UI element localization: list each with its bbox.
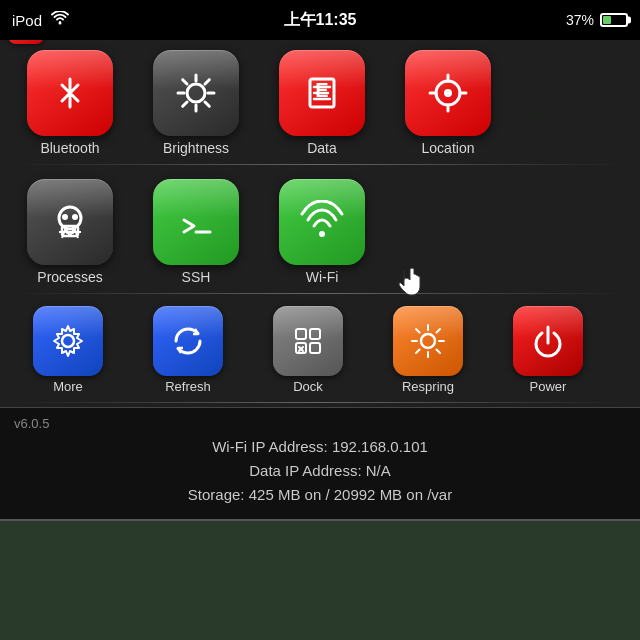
battery-fill <box>603 16 611 24</box>
svg-rect-34 <box>310 343 320 353</box>
svg-point-0 <box>59 22 62 25</box>
status-bar: iPod 上午11:35 37% <box>0 0 640 40</box>
brightness-button[interactable] <box>153 50 239 136</box>
data-ip-line: Data IP Address: N/A <box>14 459 626 483</box>
icon-item-respring: Respring <box>370 306 486 394</box>
device-label: iPod <box>12 12 42 29</box>
dock-button[interactable] <box>273 306 343 376</box>
brightness-label: Brightness <box>163 140 229 156</box>
dock-label: Dock <box>293 379 323 394</box>
svg-line-7 <box>205 102 209 106</box>
svg-line-8 <box>205 80 209 84</box>
battery-percent: 37% <box>566 12 594 28</box>
svg-line-43 <box>437 350 441 354</box>
svg-line-45 <box>416 350 420 354</box>
svg-point-29 <box>319 231 325 237</box>
svg-point-37 <box>421 334 435 348</box>
bluetooth-label: Bluetooth <box>40 140 99 156</box>
refresh-button[interactable] <box>153 306 223 376</box>
data-button[interactable]: E <box>279 50 365 136</box>
ssh-button[interactable] <box>153 179 239 265</box>
svg-line-6 <box>183 80 187 84</box>
icon-row-2: Processes SSH Wi-F <box>0 169 640 289</box>
status-right: 37% <box>566 12 628 28</box>
location-button[interactable] <box>405 50 491 136</box>
wifi-status-icon <box>50 11 70 29</box>
icon-item-wifi: Wi-Fi <box>262 179 382 285</box>
respring-button[interactable] <box>393 306 463 376</box>
icon-item-refresh: Refresh <box>130 306 246 394</box>
icon-item-location: Location <box>388 50 508 156</box>
svg-rect-31 <box>296 329 306 339</box>
divider-2 <box>16 293 624 294</box>
svg-text:E: E <box>315 79 328 101</box>
battery-icon <box>600 13 628 27</box>
data-label: Data <box>307 140 337 156</box>
wifi-label: Wi-Fi <box>306 269 339 285</box>
power-label: Power <box>530 379 567 394</box>
info-panel: v6.0.5 Wi-Fi IP Address: 192.168.0.101 D… <box>0 407 640 519</box>
storage-line: Storage: 425 MB on / 20992 MB on /var <box>14 483 626 507</box>
svg-point-16 <box>444 89 452 97</box>
svg-rect-32 <box>310 329 320 339</box>
processes-label: Processes <box>37 269 102 285</box>
power-button[interactable] <box>513 306 583 376</box>
wifi-ip-line: Wi-Fi IP Address: 192.168.0.101 <box>14 435 626 459</box>
icon-row-small: More Refresh <box>0 298 640 398</box>
respring-label: Respring <box>402 379 454 394</box>
icon-row-1: Bluetooth Brightness <box>0 40 640 160</box>
status-left: iPod <box>12 11 70 29</box>
version-label: v6.0.5 <box>14 416 49 431</box>
svg-line-9 <box>183 102 187 106</box>
icon-item-power: Power <box>490 306 606 394</box>
divider-1 <box>16 164 624 165</box>
bluetooth-button[interactable] <box>27 50 113 136</box>
icon-item-processes: Processes <box>10 179 130 285</box>
svg-line-44 <box>437 329 441 333</box>
refresh-label: Refresh <box>165 379 211 394</box>
info-text: Wi-Fi IP Address: 192.168.0.101 Data IP … <box>14 431 626 507</box>
icon-item-dock: Dock <box>250 306 366 394</box>
svg-line-42 <box>416 329 420 333</box>
icon-item-bluetooth: Bluetooth <box>10 50 130 156</box>
svg-point-1 <box>187 84 205 102</box>
divider-3 <box>16 402 624 403</box>
icon-item-more: More <box>10 306 126 394</box>
icon-item-brightness: Brightness <box>136 50 256 156</box>
popup-panel: Bluetooth Brightness <box>0 40 640 521</box>
svg-point-26 <box>72 214 78 220</box>
wifi-button[interactable] <box>279 179 365 265</box>
processes-button[interactable] <box>27 179 113 265</box>
status-time: 上午11:35 <box>284 10 357 31</box>
location-label: Location <box>422 140 475 156</box>
svg-point-30 <box>62 335 74 347</box>
more-label: More <box>53 379 83 394</box>
svg-point-25 <box>62 214 68 220</box>
more-button[interactable] <box>33 306 103 376</box>
icon-item-ssh: SSH <box>136 179 256 285</box>
icon-item-data: E Data <box>262 50 382 156</box>
ssh-label: SSH <box>182 269 211 285</box>
